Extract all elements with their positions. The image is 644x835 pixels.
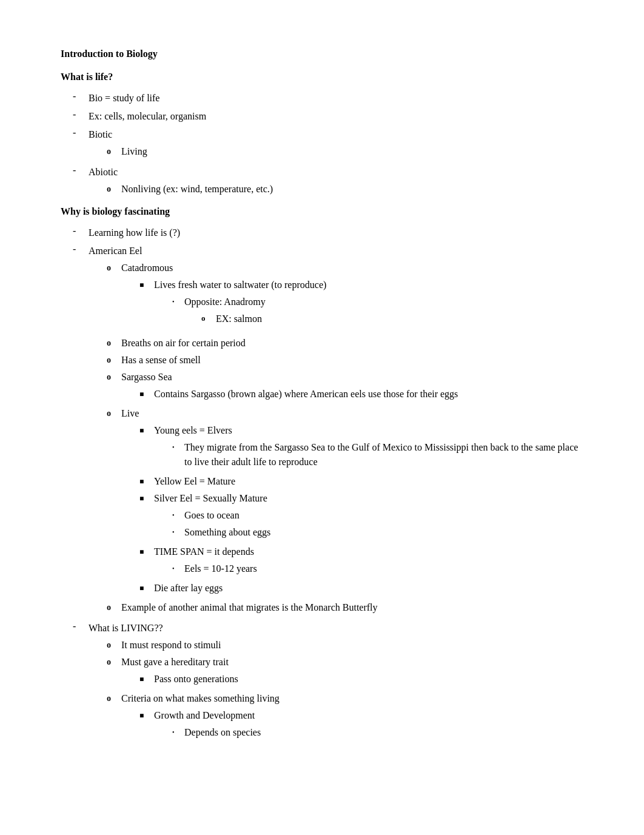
item-text: Pass onto generations [154, 672, 583, 686]
migrate-sublist: • They migrate from the Sargasso Sea to … [154, 440, 583, 469]
item-text: Die after lay eggs [154, 581, 583, 595]
list-item: - Biotic o Living [61, 127, 583, 161]
item-text: EX: salmon [216, 312, 583, 326]
item-text: Yellow Eel = Mature [154, 474, 583, 489]
list-item: • They migrate from the Sargasso Sea to … [154, 440, 583, 469]
list-item: o Nonliving (ex: wind, temperature, etc.… [89, 182, 583, 196]
list-item: • Eels = 10-12 years [154, 562, 583, 576]
list-item-hereditary: o Must gave a hereditary trait ■ Pass on… [89, 655, 583, 689]
dash-icon: - [73, 165, 85, 176]
circle-icon: • [172, 564, 181, 573]
live-sublist: ■ Young eels = Elvers • They migrate fro… [121, 423, 583, 595]
o-icon: o [107, 354, 118, 366]
timespan-sublist: • Eels = 10-12 years [154, 562, 583, 576]
eel-sublist: o Catadromous ■ Lives fresh water to sal… [89, 261, 583, 615]
o-icon: o [107, 692, 118, 705]
list-item-sargasso: o Sargasso Sea ■ Contains Sargasso (brow… [89, 370, 583, 404]
list-item: - Abiotic o Nonliving (ex: wind, tempera… [61, 165, 583, 199]
item-text: They migrate from the Sargasso Sea to th… [184, 440, 583, 469]
square-icon: ■ [139, 425, 150, 436]
list-item-monarch: o Example of another animal that migrate… [89, 600, 583, 615]
list-item-silver-eel: ■ Silver Eel = Sexually Mature • Goes to… [121, 491, 583, 542]
list-item: • Depends on species [154, 725, 583, 740]
item-content: Criteria on what makes something living … [121, 691, 583, 745]
item-text: Example of another animal that migrates … [121, 600, 583, 615]
item-content: Abiotic o Nonliving (ex: wind, temperatu… [89, 165, 583, 199]
item-text: Nonliving (ex: wind, temperature, etc.) [121, 182, 583, 196]
item-content: Catadromous ■ Lives fresh water to saltw… [121, 261, 583, 334]
item-content: TIME SPAN = it depends • Eels = 10-12 ye… [154, 545, 583, 578]
criteria-sublist: ■ Growth and Development • Depends on sp… [121, 708, 583, 742]
item-text: Biotic [89, 129, 112, 139]
list-item-smell: o Has a sense of smell [89, 353, 583, 367]
item-content: Must gave a hereditary trait ■ Pass onto… [121, 655, 583, 689]
item-text: Criteria on what makes something living [121, 693, 280, 703]
list-what-is-life: - Bio = study of life - Ex: cells, molec… [61, 91, 583, 199]
list-item: - Bio = study of life [61, 91, 583, 106]
item-text: Living [121, 144, 583, 159]
list-item: o Living [89, 144, 583, 159]
circle-icon: • [172, 728, 181, 737]
item-content: Growth and Development • Depends on spec… [154, 708, 583, 742]
list-item-goes-ocean: • Goes to ocean [154, 508, 583, 523]
o-icon: o [107, 145, 118, 158]
item-text: Ex: cells, molecular, organism [89, 109, 583, 124]
item-text: Contains Sargasso (brown algae) where Am… [154, 387, 583, 401]
list-item: ■ Lives fresh water to saltwater (to rep… [121, 278, 583, 331]
list-item-living: - What is LIVING?? o It must respond to … [61, 621, 583, 747]
section-why-biology: Why is biology fascinating - Learning ho… [61, 206, 583, 747]
list-item: - Ex: cells, molecular, organism [61, 109, 583, 124]
anadromy-sublist: • Opposite: Anadromy o EX: salmon [154, 295, 583, 329]
item-text: Growth and Development [154, 710, 255, 720]
list-item-yellow-eel: ■ Yellow Eel = Mature [121, 474, 583, 489]
item-text: Lives fresh water to saltwater (to repro… [154, 280, 326, 290]
o-icon: o [107, 601, 118, 614]
section-what-is-life: What is life? - Bio = study of life - Ex… [61, 72, 583, 199]
item-text: It must respond to stimuli [121, 638, 583, 652]
item-content: Live ■ Young eels = Elvers [121, 406, 583, 598]
circle-icon: • [172, 528, 181, 537]
item-text: What is LIVING?? [89, 623, 163, 633]
square-icon: ■ [139, 389, 150, 400]
page-title: Introduction to Biology [61, 49, 583, 59]
item-content: Opposite: Anadromy o EX: salmon [184, 295, 583, 329]
list-item-stimuli: o It must respond to stimuli [89, 638, 583, 652]
item-text: TIME SPAN = it depends [154, 546, 254, 557]
item-text: Has a sense of smell [121, 353, 583, 367]
item-content: Sargasso Sea ■ Contains Sargasso (brown … [121, 370, 583, 404]
list-item: ■ Contains Sargasso (brown algae) where … [121, 387, 583, 401]
dash-icon: - [73, 127, 85, 138]
item-text: Sargasso Sea [121, 372, 172, 382]
sublist: o Nonliving (ex: wind, temperature, etc.… [89, 182, 583, 196]
item-text: Breaths on air for certain period [121, 336, 583, 350]
item-text: Goes to ocean [184, 508, 583, 523]
dash-icon: - [73, 621, 85, 632]
square-icon: ■ [139, 280, 150, 290]
list-item-criteria: o Criteria on what makes something livin… [89, 691, 583, 745]
item-text: American Eel [89, 246, 142, 256]
list-item-young-eels: ■ Young eels = Elvers • They migrate fro… [121, 423, 583, 472]
o-icon: o [107, 407, 118, 420]
section-heading-why-biology: Why is biology fascinating [61, 206, 583, 217]
catadromous-sublist: ■ Lives fresh water to saltwater (to rep… [121, 278, 583, 331]
hereditary-sublist: ■ Pass onto generations [121, 672, 583, 686]
item-text: Learning how life is (?) [89, 226, 583, 240]
list-item-live: o Live ■ Young eels = Elvers [89, 406, 583, 598]
item-content: American Eel o Catadromous ■ Lives fresh [89, 244, 583, 617]
item-text: Live [121, 408, 139, 418]
o-icon: o [107, 261, 118, 274]
list-item-growth: ■ Growth and Development • Depends on sp… [121, 708, 583, 742]
o-icon: o [107, 656, 118, 668]
dash-icon: - [73, 109, 85, 120]
silver-sublist: • Goes to ocean • Something about eggs [154, 508, 583, 540]
o-small-icon: o [201, 312, 212, 324]
growth-sublist: • Depends on species [154, 725, 583, 740]
dash-icon: - [73, 226, 85, 236]
item-content: What is LIVING?? o It must respond to st… [89, 621, 583, 747]
circle-icon: • [172, 511, 181, 520]
o-icon: o [107, 371, 118, 383]
sublist: o Living [89, 144, 583, 159]
list-why-biology: - Learning how life is (?) - American Ee… [61, 226, 583, 747]
item-text: Opposite: Anadromy [184, 297, 266, 307]
item-content: Silver Eel = Sexually Mature • Goes to o… [154, 491, 583, 542]
